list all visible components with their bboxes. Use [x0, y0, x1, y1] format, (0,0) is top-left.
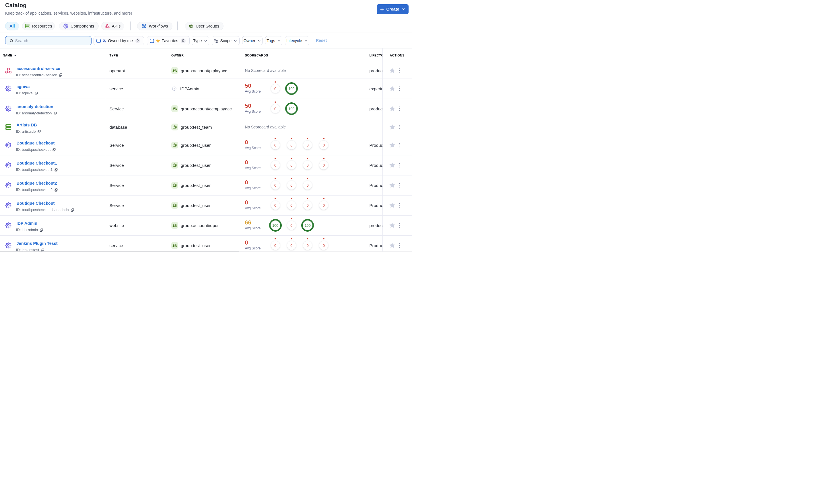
svg-text:?: ? [174, 87, 175, 90]
